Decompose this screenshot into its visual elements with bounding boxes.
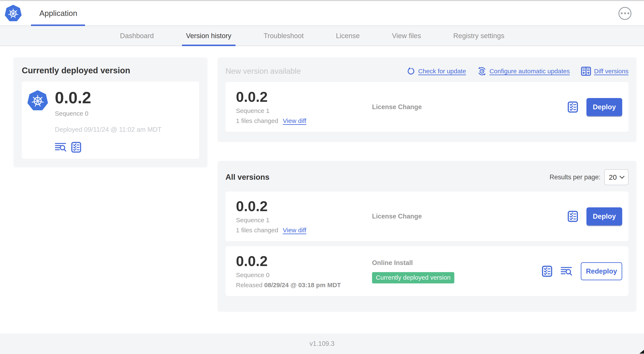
app-footer: v1.109.3	[0, 333, 644, 354]
version-config-checklist-icon[interactable]	[568, 211, 578, 222]
all-versions-title: All versions	[226, 173, 270, 182]
chevron-down-icon	[619, 176, 625, 179]
results-per-page-select[interactable]: 20	[604, 169, 628, 185]
ellipsis-icon	[621, 12, 623, 14]
auto-update-clock-icon	[477, 67, 486, 76]
deploy-logs-icon[interactable]	[55, 142, 66, 152]
tab-dashboard[interactable]: Dashboard	[116, 26, 158, 46]
tab-troubleshoot[interactable]: Troubleshoot	[260, 26, 308, 46]
tab-view-files[interactable]: View files	[388, 26, 425, 46]
version-number: 0.0.2	[236, 199, 372, 213]
cursor-artifact	[640, 350, 644, 353]
configure-automatic-updates-link[interactable]: Configure automatic updates	[477, 67, 570, 76]
version-source: License Change	[372, 213, 568, 220]
new-version-row: 0.0.2 Sequence 1 1 files changed View di…	[226, 82, 628, 132]
deploy-button[interactable]: Deploy	[586, 207, 622, 225]
currently-deployed-title: Currently deployed version	[22, 66, 199, 75]
version-source: License Change	[372, 103, 568, 111]
admin-console-version: v1.109.3	[310, 340, 334, 347]
deployed-sequence: Sequence 0	[55, 110, 162, 117]
version-released-timestamp: Released 08/29/24 @ 03:18 pm MDT	[236, 281, 372, 289]
version-source: Online Install	[372, 259, 542, 267]
tab-registry-settings[interactable]: Registry settings	[449, 26, 508, 46]
currently-deployed-panel: Currently deployed version 0.0.2 Sequenc…	[14, 57, 208, 167]
kubernetes-app-icon	[27, 90, 48, 111]
tab-license[interactable]: License	[332, 26, 364, 46]
tab-version-history[interactable]: Version history	[182, 26, 236, 46]
app-tab-title[interactable]: Application	[39, 9, 77, 18]
more-options-button[interactable]	[618, 7, 632, 20]
view-diff-link[interactable]: View diff	[283, 227, 306, 234]
diff-versions-link[interactable]: Diff versions	[581, 67, 628, 76]
version-row-sequence-1: 0.0.2 Sequence 1 1 files changed View di…	[226, 191, 628, 241]
view-diff-link[interactable]: View diff	[283, 117, 306, 124]
check-for-update-link[interactable]: Check for update	[407, 67, 466, 75]
refresh-icon	[407, 67, 415, 75]
versions-column: New version available Check for update C…	[218, 57, 636, 312]
version-config-checklist-icon[interactable]	[542, 266, 552, 277]
new-version-panel: New version available Check for update C…	[218, 57, 636, 142]
app-tab-active-underline	[31, 25, 85, 26]
app-header: Application	[0, 1, 644, 26]
all-versions-panel: All versions Results per page: 20 0.0.2 …	[218, 161, 636, 312]
results-per-page-label: Results per page:	[550, 173, 600, 181]
deployed-timestamp: Deployed 09/11/24 @ 11:02 am MDT	[55, 126, 162, 133]
files-changed-text: 1 files changed	[236, 117, 278, 124]
version-sequence: Sequence 0	[236, 271, 372, 279]
deployed-version-card: 0.0.2 Sequence 0 Deployed 09/11/24 @ 11:…	[22, 82, 199, 159]
version-logs-icon[interactable]	[561, 266, 572, 276]
version-row-sequence-0: 0.0.2 Sequence 0 Released 08/29/24 @ 03:…	[226, 246, 628, 296]
version-number: 0.0.2	[236, 254, 372, 268]
version-config-checklist-icon[interactable]	[568, 101, 578, 113]
version-sequence: Sequence 1	[236, 107, 372, 114]
kubernetes-logo-icon	[4, 5, 22, 22]
diff-icon	[581, 67, 591, 76]
files-changed-text: 1 files changed	[236, 227, 278, 234]
config-checklist-icon[interactable]	[71, 142, 81, 153]
currently-deployed-badge: Currently deployed version	[372, 272, 454, 283]
redeploy-button[interactable]: Redeploy	[581, 262, 622, 280]
deployed-version-number: 0.0.2	[55, 90, 162, 106]
version-number: 0.0.2	[236, 90, 372, 104]
main-content: Currently deployed version 0.0.2 Sequenc…	[0, 46, 644, 312]
new-version-title: New version available	[226, 67, 301, 76]
version-sequence: Sequence 1	[236, 217, 372, 224]
app-nav: Dashboard Version history Troubleshoot L…	[0, 26, 644, 46]
deploy-button[interactable]: Deploy	[586, 98, 622, 116]
